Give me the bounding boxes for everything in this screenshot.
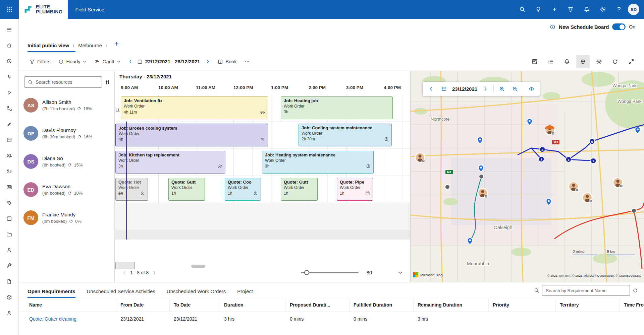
booking-block-quote-gutter[interactable]: Quote: Gutt Work Order 1h [168,178,205,201]
sort-resources-icon[interactable] [105,79,110,85]
tab-unscheduled-service-activities[interactable]: Unscheduled Service Activities [87,288,155,298]
nav-recent-icon[interactable] [3,54,16,68]
add-icon[interactable]: + [547,2,561,16]
nav-getting-started-icon[interactable] [3,86,16,99]
nav-flows-icon[interactable] [3,102,16,115]
resource-row[interactable]: ED Eva Dawson (4h booked) 10% [19,176,114,204]
column-header[interactable]: Name [25,298,116,312]
tab-context-menu-icon[interactable] [104,43,108,48]
map-next-day-icon[interactable] [480,84,490,94]
technician-map-avatar[interactable] [613,178,623,188]
booking-block-quote-pipe[interactable]: Quote: Pipe Work Order 1h [337,178,373,201]
column-header[interactable]: Fulfilled Duration [350,298,414,312]
tab-open-requirements[interactable]: Open Requirements [28,288,75,298]
search-icon[interactable] [515,2,529,16]
details-list-icon[interactable] [544,55,557,68]
route-stop-marker[interactable]: 1 [539,156,544,162]
next-page-icon[interactable] [152,270,157,275]
column-header[interactable]: Time Fro [620,298,644,312]
booking-block-quote-cooling[interactable]: Quote: Coo Work Order 1h [225,178,261,201]
tab-project[interactable]: Project [237,288,253,298]
column-header[interactable]: From Date [116,298,170,312]
tab-context-menu-icon[interactable] [71,43,75,48]
search-resources-field[interactable] [24,76,102,88]
nav-customers-icon[interactable] [3,243,16,257]
app-launcher-waffle-icon[interactable] [0,0,19,19]
map-zoom-out-icon[interactable] [510,84,520,94]
map-view-icon[interactable] [576,55,590,68]
map-stop-dot[interactable] [632,208,636,213]
gantt-view-dropdown[interactable]: Gantt [91,56,124,67]
filters-button[interactable]: Filters [26,56,54,67]
more-commands-icon[interactable] [241,56,253,67]
zoom-slider-thumb[interactable] [304,270,309,275]
technician-map-avatar[interactable] [583,193,592,203]
nav-menu-icon[interactable] [3,23,16,36]
resource-row[interactable]: FM Frankie Mundy (0m booked) 0% [19,204,114,232]
partial-booking-block[interactable] [115,262,135,269]
previous-date-range-icon[interactable] [125,57,136,66]
nav-work-orders-tag-icon[interactable] [3,196,16,209]
add-board-tab-button[interactable]: + [111,40,122,52]
column-header[interactable]: Duration [220,298,286,312]
notifications-bell-icon[interactable] [580,2,594,16]
help-icon[interactable]: ? [612,2,626,16]
map-previous-day-icon[interactable] [426,84,436,94]
technician-map-avatar[interactable] [478,188,488,198]
map-stop-dot[interactable] [479,174,484,179]
alerts-bell-icon[interactable] [560,55,574,68]
new-schedule-board-toggle[interactable] [612,23,626,30]
booking-block-heating-job[interactable]: Job: Heating job Work Order 3h [281,96,393,119]
refresh-requirements-icon[interactable] [633,288,638,293]
collapse-panel-chevron-icon[interactable] [397,270,403,275]
nav-bookings-calendar-icon[interactable] [3,212,16,225]
filter-icon[interactable] [564,2,578,16]
requirement-name-link[interactable]: Quote: Gutter cleaning [25,312,116,326]
column-header[interactable]: Proposed Durati... [286,298,350,312]
booking-block-quote-gutter-2[interactable]: Quote: Gutt Work Order 1h [281,178,318,201]
map-stop-dot[interactable] [445,185,450,189]
booking-block-ventilation-fix[interactable]: Job: Ventilation fix Work Order 4h 11m [121,96,268,119]
technician-map-avatar[interactable] [415,153,425,162]
nav-contacts-icon[interactable] [3,164,16,178]
nav-inventory-box-icon[interactable] [3,290,16,304]
board-settings-gear-icon[interactable] [592,55,606,68]
requirements-panel-icon[interactable] [528,55,541,68]
next-date-range-icon[interactable] [203,57,213,66]
zoom-slider[interactable] [301,272,359,273]
booking-block-heating-system-maintenance[interactable]: Job: Heating system maintenance Work Ord… [262,151,374,174]
book-button[interactable]: Book [214,56,240,67]
nav-users-icon[interactable] [3,306,16,320]
route-stop-marker[interactable]: 2 [540,147,545,152]
fullscreen-icon[interactable] [625,55,638,68]
nav-schedule-board-icon[interactable] [3,133,16,146]
requirement-row[interactable]: Quote: Gutter cleaning 23/12/2021 23/12/… [19,312,644,326]
column-header[interactable]: To Date [170,298,220,312]
tab-unscheduled-work-orders[interactable]: Unscheduled Work Orders [167,288,226,298]
resource-row[interactable]: DS Diana So (6h booked) 15% [19,147,114,176]
previous-page-icon[interactable] [122,270,127,275]
booking-block-broken-cooling-system[interactable]: Job: Broken cooling system Work Order 4h [115,124,268,146]
hourly-view-dropdown[interactable]: Hourly [55,56,90,67]
column-header[interactable]: Priority [489,298,556,312]
column-header[interactable]: Remaining Duration [414,298,489,312]
horizontal-scrollbar-thumb[interactable] [191,265,205,268]
refresh-icon[interactable] [608,55,622,68]
resource-row[interactable]: AS Allison Smith (7h 11m booked) 18% [19,91,114,119]
map-zoom-in-icon[interactable] [497,84,507,94]
lightbulb-icon[interactable] [531,2,545,16]
overflow-count-label[interactable]: 11 [116,108,119,112]
technician-map-avatar[interactable] [569,182,579,192]
route-stop-marker[interactable]: 3 [566,157,571,162]
nav-accounts-card-icon[interactable] [3,180,16,194]
map-visibility-eye-icon[interactable] [526,84,536,94]
nav-invoices-doc-icon[interactable] [3,275,16,288]
nav-tasks-icon[interactable] [3,117,16,131]
nav-resources-icon[interactable] [3,149,16,162]
booking-block-kitchen-tap-replacement[interactable]: Job: Kitchen tap replacement Work Order … [115,151,225,174]
requirement-search-input[interactable] [542,285,630,296]
resource-row[interactable]: DF Davis Flournoy (6h 30m booked) 16% [19,119,114,147]
user-avatar[interactable]: SD [628,4,639,15]
nav-home-icon[interactable] [3,39,16,52]
search-resources-input[interactable] [36,79,98,85]
